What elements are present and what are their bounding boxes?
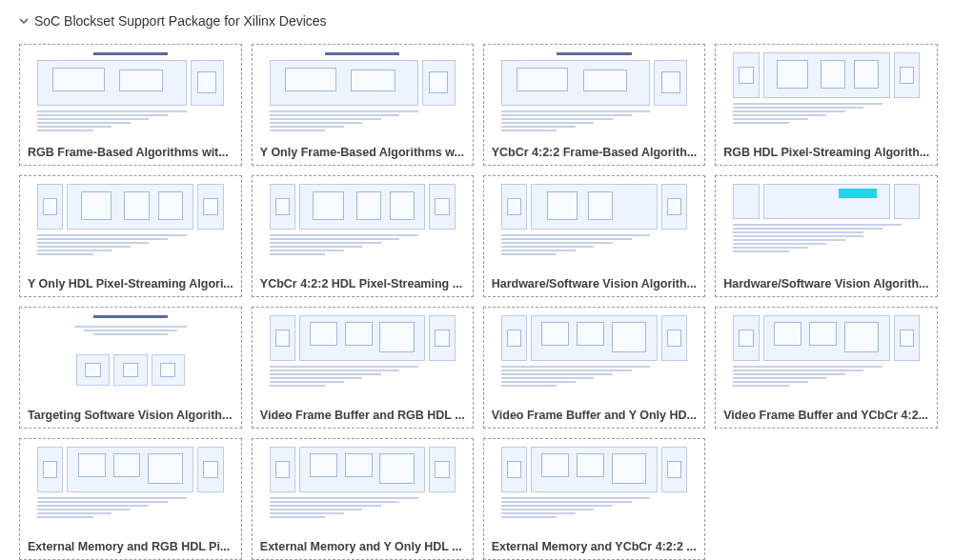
example-thumbnail xyxy=(716,176,937,270)
example-label: RGB HDL Pixel-Streaming Algorith... xyxy=(716,139,937,165)
example-card[interactable]: Video Frame Buffer and YCbCr 4:2... xyxy=(715,307,938,429)
example-thumbnail xyxy=(20,308,241,402)
example-card[interactable]: Targeting Software Vision Algorith... xyxy=(19,307,242,429)
chevron-down-icon xyxy=(19,16,29,26)
example-thumbnail xyxy=(253,176,473,270)
example-card[interactable]: RGB HDL Pixel-Streaming Algorith... xyxy=(715,44,938,166)
example-card[interactable]: Hardware/Software Vision Algorith... xyxy=(483,175,706,297)
example-thumbnail xyxy=(484,176,705,270)
example-card[interactable]: Y Only Frame-Based Algorithms w... xyxy=(252,44,474,166)
example-label: YCbCr 4:2:2 HDL Pixel-Streaming ... xyxy=(253,270,473,296)
example-label: External Memory and RGB HDL Pi... xyxy=(20,533,241,559)
example-thumbnail xyxy=(253,439,473,533)
example-label: Targeting Software Vision Algorith... xyxy=(20,402,241,428)
example-label: YCbCr 4:2:2 Frame-Based Algorith... xyxy=(484,139,705,165)
example-card[interactable]: YCbCr 4:2:2 HDL Pixel-Streaming ... xyxy=(252,175,474,297)
example-thumbnail xyxy=(20,176,241,270)
example-thumbnail xyxy=(253,45,473,139)
example-thumbnail xyxy=(484,45,705,139)
example-thumbnail xyxy=(253,308,473,402)
example-card[interactable]: External Memory and Y Only HDL ... xyxy=(252,438,474,560)
section-header[interactable]: SoC Blockset Support Package for Xilinx … xyxy=(19,10,934,36)
example-label: External Memory and YCbCr 4:2:2 ... xyxy=(484,533,705,559)
example-card[interactable]: External Memory and RGB HDL Pi... xyxy=(19,438,242,560)
example-label: Y Only Frame-Based Algorithms w... xyxy=(253,139,473,165)
example-card[interactable]: Video Frame Buffer and RGB HDL ... xyxy=(252,307,474,429)
example-thumbnail xyxy=(716,308,937,402)
example-label: Video Frame Buffer and Y Only HD... xyxy=(484,402,705,428)
section-title: SoC Blockset Support Package for Xilinx … xyxy=(34,13,327,29)
example-thumbnail xyxy=(20,439,241,533)
example-card[interactable]: External Memory and YCbCr 4:2:2 ... xyxy=(483,438,706,560)
example-label: Y Only HDL Pixel-Streaming Algori... xyxy=(20,270,241,296)
example-label: External Memory and Y Only HDL ... xyxy=(253,533,473,559)
example-card[interactable]: Video Frame Buffer and Y Only HD... xyxy=(483,307,706,429)
example-thumbnail xyxy=(20,45,241,139)
example-card[interactable]: YCbCr 4:2:2 Frame-Based Algorith... xyxy=(483,44,706,166)
example-card[interactable]: Hardware/Software Vision Algorith... xyxy=(715,175,938,297)
card-grid: RGB Frame-Based Algorithms wit...Y Only … xyxy=(19,36,934,560)
example-thumbnail xyxy=(484,439,705,533)
example-thumbnail xyxy=(484,308,705,402)
example-label: Video Frame Buffer and YCbCr 4:2... xyxy=(716,402,937,428)
example-card[interactable]: RGB Frame-Based Algorithms wit... xyxy=(19,44,242,166)
example-thumbnail xyxy=(716,45,937,139)
example-label: RGB Frame-Based Algorithms wit... xyxy=(20,139,241,165)
example-card[interactable]: Y Only HDL Pixel-Streaming Algori... xyxy=(19,175,242,297)
example-label: Hardware/Software Vision Algorith... xyxy=(716,270,937,296)
example-label: Hardware/Software Vision Algorith... xyxy=(484,270,705,296)
example-label: Video Frame Buffer and RGB HDL ... xyxy=(253,402,473,428)
